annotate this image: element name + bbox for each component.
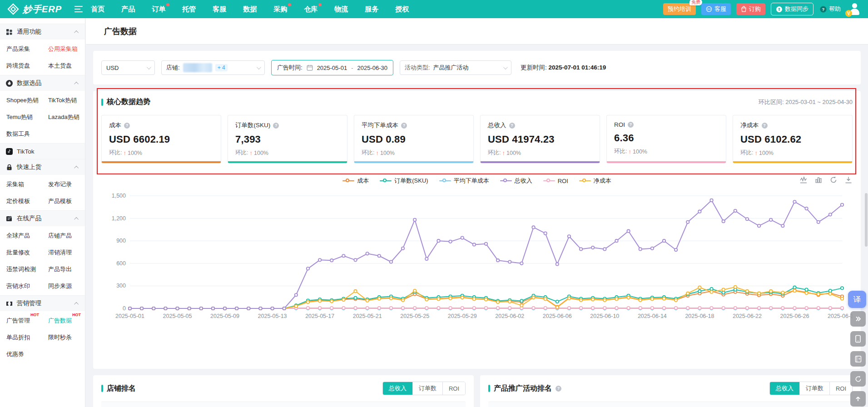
- data-sync-button[interactable]: 数据同步: [771, 3, 813, 15]
- legend-avg-order-cost[interactable]: 平均下单成本: [439, 177, 489, 185]
- sidebar-section-tiktok[interactable]: TikTok: [0, 143, 85, 159]
- sidebar-item-shopee-hot[interactable]: Shopee热销: [6, 92, 45, 109]
- sidebar-item-collect-box[interactable]: 采集箱: [6, 176, 30, 193]
- kpi-card-avg-order-cost: 平均下单成本? USD 0.89 环比:↑100%: [354, 115, 474, 163]
- info-icon[interactable]: ?: [124, 123, 130, 129]
- nav-home[interactable]: 首页: [91, 5, 104, 14]
- sidebar-item-publish-record[interactable]: 发布记录: [48, 176, 78, 193]
- tab-roi[interactable]: ROI: [829, 382, 852, 395]
- info-icon[interactable]: ?: [401, 123, 407, 129]
- nav-service[interactable]: 服务: [365, 5, 378, 14]
- translate-button[interactable]: 译: [848, 291, 866, 308]
- hot-badge: HOT: [72, 313, 81, 317]
- tab-orders[interactable]: 订单数: [799, 382, 829, 395]
- sidebar-item-sync-source[interactable]: 同步来源: [48, 278, 78, 294]
- date-start[interactable]: 2025-05-01: [317, 65, 347, 71]
- mobile-app-button[interactable]: [850, 331, 866, 347]
- manual-button[interactable]: ?: [850, 351, 866, 367]
- sidebar-item-slow-moving[interactable]: 滞销清理: [48, 244, 78, 261]
- refresh-icon[interactable]: [829, 176, 838, 184]
- sidebar-item-public-collect-box[interactable]: 公用采集箱: [48, 40, 84, 57]
- collapse-panel-button[interactable]: [850, 311, 866, 327]
- nav-authorization[interactable]: 授权: [395, 5, 409, 14]
- up-arrow-icon: ↑: [754, 149, 758, 156]
- sidebar-item-product-export[interactable]: 产品导出: [48, 261, 78, 278]
- nav-hosting[interactable]: 托管: [182, 5, 196, 14]
- sidebar-section-data-selection[interactable]: 数据选品: [0, 75, 85, 91]
- activity-type-select[interactable]: 活动类型: 产品推广活动: [400, 60, 511, 75]
- sidebar: 通用功能 产品采集 公用采集箱 跨境货盘 本土货盘 数据选品 Shopee热销 …: [0, 18, 85, 407]
- info-icon[interactable]: ?: [273, 123, 279, 129]
- nav-customer-service[interactable]: 客服: [213, 5, 226, 14]
- sidebar-section-general[interactable]: 通用功能: [0, 24, 85, 40]
- campaign-ranking-toggle: 总收入 订单数 ROI: [769, 382, 853, 395]
- nav-purchase[interactable]: 采购: [273, 5, 287, 14]
- nav-data[interactable]: 数据: [243, 5, 257, 14]
- legend-revenue[interactable]: 总收入: [500, 177, 532, 185]
- sidebar-item-item-discount[interactable]: 单品折扣: [6, 329, 36, 346]
- help-button[interactable]: ? 帮助: [819, 3, 842, 15]
- currency-select[interactable]: USD: [101, 60, 155, 75]
- tab-revenue[interactable]: 总收入: [383, 382, 412, 395]
- tab-revenue[interactable]: 总收入: [770, 382, 799, 395]
- tab-orders[interactable]: 订单数: [412, 382, 442, 395]
- refresh-page-button[interactable]: [850, 371, 866, 387]
- sidebar-item-lazada-hot[interactable]: Lazada热销: [48, 109, 85, 125]
- sidebar-section-quick-listing[interactable]: 快速上货: [0, 159, 85, 175]
- info-icon[interactable]: ?: [509, 123, 515, 129]
- tab-roi[interactable]: ROI: [442, 382, 465, 395]
- svg-text:2025-06-10: 2025-06-10: [590, 313, 619, 319]
- legend-net-cost[interactable]: 净成本: [579, 177, 611, 185]
- info-icon[interactable]: ?: [762, 123, 768, 129]
- sidebar-section-marketing[interactable]: 营销管理: [0, 295, 85, 311]
- sidebar-item-tiktok-hot[interactable]: TikTok热销: [48, 92, 83, 109]
- legend-cost[interactable]: 成本: [342, 177, 369, 185]
- book-training-button[interactable]: 预约培训 免费: [663, 3, 696, 15]
- menu-toggle-icon[interactable]: [74, 6, 83, 12]
- subscribe-button[interactable]: 订购: [736, 3, 765, 15]
- date-end[interactable]: 2025-06-30: [357, 65, 387, 71]
- chevron-down-icon: [257, 65, 261, 69]
- sidebar-item-marketing-watermark[interactable]: 营销水印: [6, 278, 36, 294]
- legend-orders[interactable]: 订单数(SKU): [380, 177, 428, 185]
- sidebar-item-shop-products[interactable]: 店铺产品: [48, 227, 78, 244]
- flame-icon: [5, 79, 13, 87]
- sidebar-item-flash-sale[interactable]: 限时秒杀: [48, 329, 78, 346]
- svg-text:1,500: 1,500: [112, 193, 126, 199]
- info-icon[interactable]: ?: [556, 386, 561, 392]
- sidebar-item-product-template[interactable]: 产品模板: [48, 193, 78, 209]
- sidebar-item-global-products[interactable]: 全球产品: [6, 227, 36, 244]
- nav-product[interactable]: 产品: [121, 5, 135, 14]
- app-logo[interactable]: 妙手ERP: [7, 3, 62, 15]
- sidebar-item-bulk-edit[interactable]: 批量修改: [6, 244, 36, 261]
- sidebar-item-crossborder-supply[interactable]: 跨境货盘: [6, 57, 36, 74]
- sidebar-item-product-collect[interactable]: 产品采集: [6, 40, 36, 57]
- shop-select[interactable]: 店铺: + 4: [161, 60, 265, 75]
- info-icon[interactable]: ?: [628, 122, 634, 128]
- sidebar-item-ad-data[interactable]: 广告数据 HOT: [48, 312, 78, 329]
- svg-text:2025-05-17: 2025-05-17: [305, 313, 334, 319]
- sidebar-item-ad-management[interactable]: 广告管理 HOT: [6, 312, 36, 329]
- sidebar-item-coupon[interactable]: 优惠券: [6, 346, 30, 362]
- nav-warehouse[interactable]: 仓库: [304, 5, 317, 14]
- sidebar-item-pricing-template[interactable]: 定价模板: [6, 193, 36, 209]
- customer-service-button[interactable]: 客服: [701, 3, 731, 15]
- sidebar-section-online-products[interactable]: 在线产品: [0, 210, 85, 226]
- up-arrow-icon: ↑: [123, 149, 126, 156]
- user-avatar[interactable]: V: [848, 2, 862, 16]
- bar-chart-icon[interactable]: [814, 176, 823, 184]
- back-to-top-button[interactable]: [850, 391, 866, 407]
- download-icon[interactable]: [844, 176, 853, 184]
- legend-roi[interactable]: ROI: [543, 178, 568, 184]
- page-scrollbar[interactable]: [865, 193, 868, 247]
- line-chart-icon[interactable]: [799, 176, 808, 184]
- cloud-sync-icon: [776, 6, 783, 13]
- sidebar-item-temu-hot[interactable]: Temu热销: [6, 109, 39, 125]
- sidebar-item-local-supply[interactable]: 本土货盘: [48, 57, 78, 74]
- nav-logistics[interactable]: 物流: [334, 5, 348, 14]
- nav-order[interactable]: 订单: [152, 5, 165, 14]
- sidebar-item-banned-word-check[interactable]: 违禁词检测: [6, 261, 42, 278]
- trend-chart[interactable]: 03006009001,2001,5002025-05-012025-05-05…: [101, 189, 853, 323]
- sidebar-item-data-tools[interactable]: 数据工具: [6, 125, 36, 142]
- ad-date-range-picker[interactable]: 广告时间: 2025-05-01 - 2025-06-30: [271, 60, 393, 75]
